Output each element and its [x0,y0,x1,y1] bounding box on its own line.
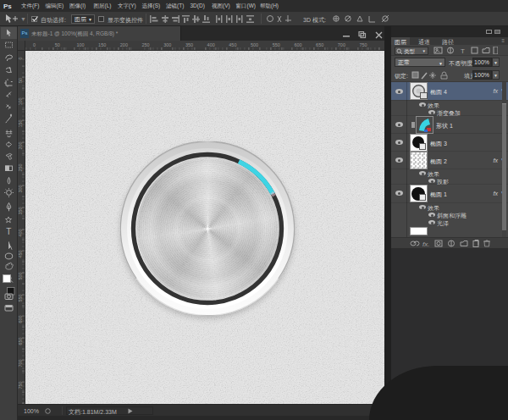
svg-text:fx.: fx. [422,240,429,247]
svg-text:T: T [6,227,11,236]
svg-text:T: T [461,47,465,54]
